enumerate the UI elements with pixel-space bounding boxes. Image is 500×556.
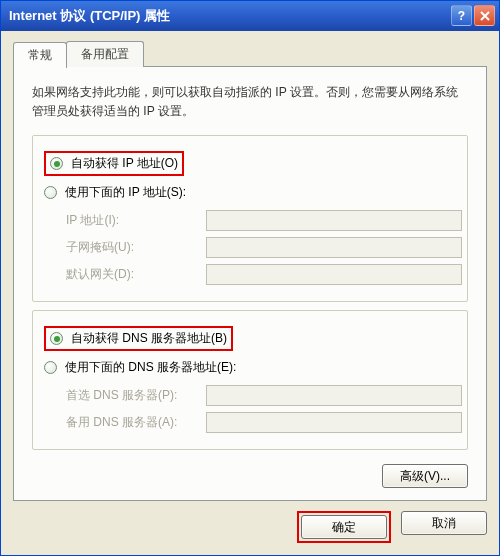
radio-dns-manual-row[interactable]: 使用下面的 DNS 服务器地址(E): bbox=[38, 356, 462, 379]
field-subnet-mask: 子网掩码(U): bbox=[66, 237, 462, 258]
dns-group: 自动获得 DNS 服务器地址(B) 使用下面的 DNS 服务器地址(E): 首选… bbox=[32, 310, 468, 450]
dialog-window: Internet 协议 (TCP/IP) 属性 ? 常规 备用配置 如果网络支持… bbox=[0, 0, 500, 556]
radio-ip-manual[interactable] bbox=[44, 186, 57, 199]
tab-strip: 常规 备用配置 bbox=[13, 41, 487, 67]
label-subnet-mask: 子网掩码(U): bbox=[66, 239, 206, 256]
label-dns-alternate: 备用 DNS 服务器(A): bbox=[66, 414, 206, 431]
tab-panel-general: 如果网络支持此功能，则可以获取自动指派的 IP 设置。否则，您需要从网络系统管理… bbox=[13, 66, 487, 501]
tab-alternate[interactable]: 备用配置 bbox=[66, 41, 144, 67]
dialog-footer: 确定 取消 bbox=[13, 501, 487, 543]
label-dns-preferred: 首选 DNS 服务器(P): bbox=[66, 387, 206, 404]
cancel-button[interactable]: 取消 bbox=[401, 511, 487, 535]
ip-group: 自动获得 IP 地址(O) 使用下面的 IP 地址(S): IP 地址(I): … bbox=[32, 135, 468, 302]
highlight-ok: 确定 bbox=[297, 511, 391, 543]
client-area: 常规 备用配置 如果网络支持此功能，则可以获取自动指派的 IP 设置。否则，您需… bbox=[1, 31, 499, 555]
radio-dns-manual[interactable] bbox=[44, 361, 57, 374]
window-title: Internet 协议 (TCP/IP) 属性 bbox=[9, 7, 451, 25]
field-ip-address: IP 地址(I): bbox=[66, 210, 462, 231]
close-icon bbox=[480, 11, 490, 21]
window-buttons: ? bbox=[451, 5, 495, 26]
radio-ip-auto-label: 自动获得 IP 地址(O) bbox=[71, 155, 178, 172]
field-dns-preferred: 首选 DNS 服务器(P): bbox=[66, 385, 462, 406]
input-subnet-mask bbox=[206, 237, 462, 258]
radio-ip-auto[interactable] bbox=[50, 157, 63, 170]
advanced-row: 高级(V)... bbox=[32, 464, 468, 488]
label-default-gateway: 默认网关(D): bbox=[66, 266, 206, 283]
radio-dns-auto[interactable] bbox=[50, 332, 63, 345]
close-button[interactable] bbox=[474, 5, 495, 26]
radio-dns-manual-label: 使用下面的 DNS 服务器地址(E): bbox=[65, 359, 236, 376]
description-text: 如果网络支持此功能，则可以获取自动指派的 IP 设置。否则，您需要从网络系统管理… bbox=[32, 83, 468, 121]
label-ip-address: IP 地址(I): bbox=[66, 212, 206, 229]
input-dns-alternate bbox=[206, 412, 462, 433]
tab-general[interactable]: 常规 bbox=[13, 42, 67, 68]
radio-ip-auto-row[interactable]: 自动获得 IP 地址(O) bbox=[38, 148, 462, 179]
radio-ip-manual-row[interactable]: 使用下面的 IP 地址(S): bbox=[38, 181, 462, 204]
input-dns-preferred bbox=[206, 385, 462, 406]
input-default-gateway bbox=[206, 264, 462, 285]
radio-ip-manual-label: 使用下面的 IP 地址(S): bbox=[65, 184, 186, 201]
title-bar: Internet 协议 (TCP/IP) 属性 ? bbox=[1, 1, 499, 31]
field-dns-alternate: 备用 DNS 服务器(A): bbox=[66, 412, 462, 433]
advanced-button[interactable]: 高级(V)... bbox=[382, 464, 468, 488]
field-default-gateway: 默认网关(D): bbox=[66, 264, 462, 285]
ok-button[interactable]: 确定 bbox=[301, 515, 387, 539]
help-button[interactable]: ? bbox=[451, 5, 472, 26]
highlight-ip-auto: 自动获得 IP 地址(O) bbox=[44, 151, 184, 176]
radio-dns-auto-label: 自动获得 DNS 服务器地址(B) bbox=[71, 330, 227, 347]
highlight-dns-auto: 自动获得 DNS 服务器地址(B) bbox=[44, 326, 233, 351]
input-ip-address bbox=[206, 210, 462, 231]
radio-dns-auto-row[interactable]: 自动获得 DNS 服务器地址(B) bbox=[38, 323, 462, 354]
